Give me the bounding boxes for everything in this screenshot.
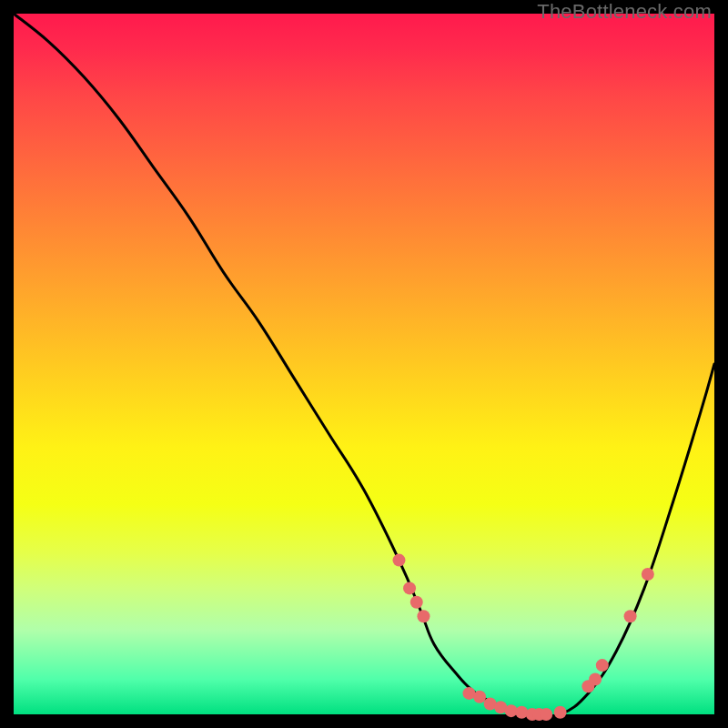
curve-marker bbox=[403, 581, 416, 594]
curve-marker bbox=[624, 610, 637, 622]
watermark-text: TheBottleneck.com bbox=[537, 0, 712, 24]
chart-container: TheBottleneck.com bbox=[0, 0, 728, 728]
curve-marker bbox=[410, 596, 423, 609]
curve-marker bbox=[473, 691, 486, 703]
chart-plot-area bbox=[14, 14, 714, 714]
curve-marker bbox=[540, 708, 552, 721]
curve-marker bbox=[417, 610, 430, 622]
curve-marker bbox=[393, 554, 406, 567]
curve-marker bbox=[589, 673, 602, 686]
bottleneck-curve-path bbox=[14, 14, 714, 716]
curve-marker bbox=[596, 659, 609, 672]
chart-svg bbox=[14, 14, 714, 714]
curve-marker bbox=[554, 706, 567, 719]
curve-marker bbox=[515, 706, 528, 719]
curve-marker bbox=[642, 568, 654, 581]
